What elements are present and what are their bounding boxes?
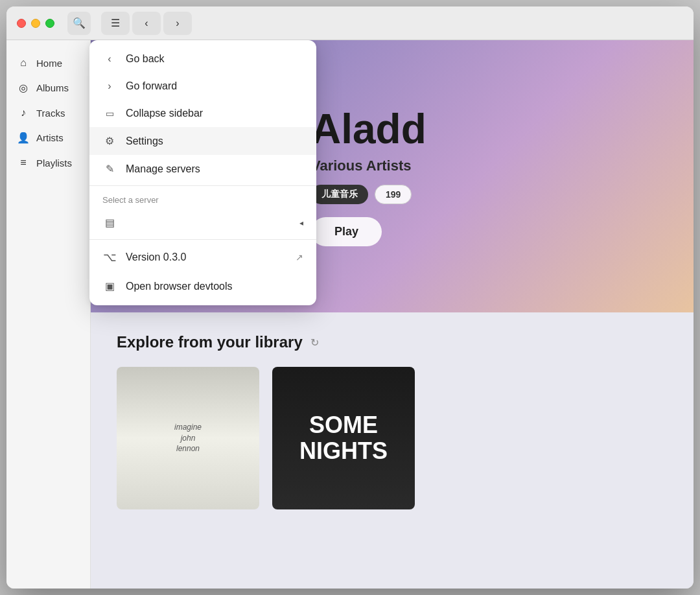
- chevron-right-icon: ›: [102, 80, 117, 92]
- forward-icon: ›: [176, 18, 179, 29]
- menu-item-server[interactable]: ▤ ◂: [89, 209, 316, 237]
- menu-item-settings[interactable]: ⚙ Settings: [89, 127, 316, 155]
- external-link-icon: ↗: [296, 252, 303, 262]
- traffic-lights: [17, 19, 54, 28]
- maximize-button[interactable]: [45, 19, 54, 28]
- app-window: 🔍 ☰ ‹ › ⌂ Home ◎ Albums: [6, 6, 694, 589]
- collapse-sidebar-label: Collapse sidebar: [126, 108, 303, 119]
- menu-divider-2: [89, 239, 316, 240]
- sidebar-icon: ▭: [102, 108, 117, 119]
- go-forward-label: Go forward: [126, 80, 303, 92]
- forward-button[interactable]: ›: [163, 12, 192, 35]
- gear-icon: ⚙: [102, 135, 117, 147]
- devtools-icon: ▣: [102, 280, 117, 292]
- menu-divider-1: [89, 185, 316, 186]
- search-icon: 🔍: [73, 17, 86, 29]
- main-area: ⌂ Home ◎ Albums ♪ Tracks 👤 Artists ≡ Pla…: [6, 40, 694, 589]
- menu-item-version[interactable]: ⌥ Version 0.3.0 ↗: [89, 242, 316, 272]
- edit-icon: ✎: [102, 163, 117, 175]
- version-label: Version 0.3.0: [126, 251, 286, 263]
- close-button[interactable]: [17, 19, 26, 28]
- chevron-left-icon: ‹: [102, 53, 117, 65]
- devtools-label: Open browser devtools: [126, 281, 303, 292]
- select-server-label: Select a server: [89, 189, 316, 209]
- title-bar: 🔍 ☰ ‹ ›: [6, 6, 694, 40]
- server-chevron-icon: ◂: [299, 218, 303, 228]
- menu-item-go-forward[interactable]: › Go forward: [89, 73, 316, 100]
- back-icon: ‹: [145, 18, 148, 29]
- version-icon: ⌥: [102, 250, 117, 264]
- menu-item-manage-servers[interactable]: ✎ Manage servers: [89, 155, 316, 183]
- manage-servers-label: Manage servers: [126, 163, 303, 175]
- back-button[interactable]: ‹: [132, 12, 161, 35]
- settings-label: Settings: [126, 135, 303, 147]
- search-button[interactable]: 🔍: [67, 12, 91, 35]
- minimize-button[interactable]: [31, 19, 40, 28]
- menu-item-go-back[interactable]: ‹ Go back: [89, 45, 316, 73]
- menu-icon: ☰: [111, 17, 120, 29]
- go-back-label: Go back: [126, 53, 303, 65]
- nav-buttons: ☰ ‹ ›: [101, 12, 192, 35]
- menu-item-devtools[interactable]: ▣ Open browser devtools: [89, 272, 316, 300]
- menu-item-collapse-sidebar[interactable]: ▭ Collapse sidebar: [89, 100, 316, 127]
- dropdown-menu: ‹ Go back › Go forward ▭ Collapse sideba…: [89, 40, 316, 305]
- server-icon: ▤: [102, 216, 117, 229]
- menu-button[interactable]: ☰: [101, 12, 130, 35]
